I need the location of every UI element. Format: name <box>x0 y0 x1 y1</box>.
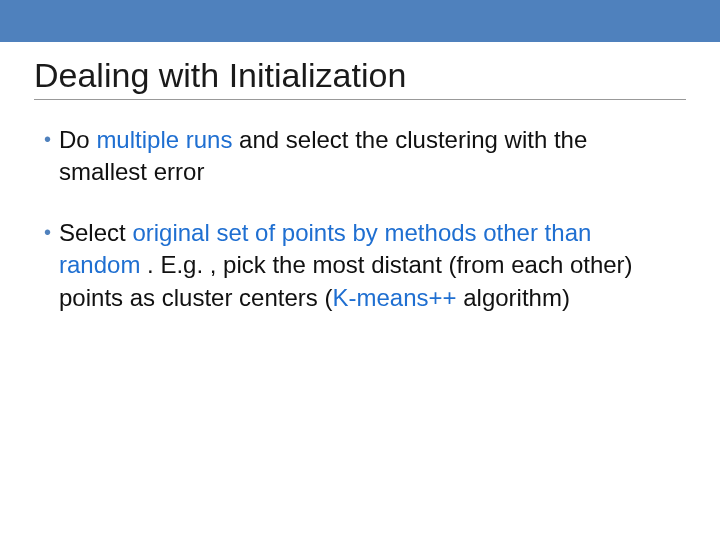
bullet-icon: • <box>44 217 51 247</box>
bullet-icon: • <box>44 124 51 154</box>
bullet-text: Do multiple runs and select the clusteri… <box>59 124 676 189</box>
slide-body: • Do multiple runs and select the cluste… <box>44 124 676 314</box>
bullet-item: • Do multiple runs and select the cluste… <box>44 124 676 189</box>
slide-title: Dealing with Initialization <box>34 56 720 95</box>
bullet-text: Select original set of points by methods… <box>59 217 676 314</box>
header-bar <box>0 0 720 42</box>
bullet-item: • Select original set of points by metho… <box>44 217 676 314</box>
title-underline <box>34 99 686 100</box>
